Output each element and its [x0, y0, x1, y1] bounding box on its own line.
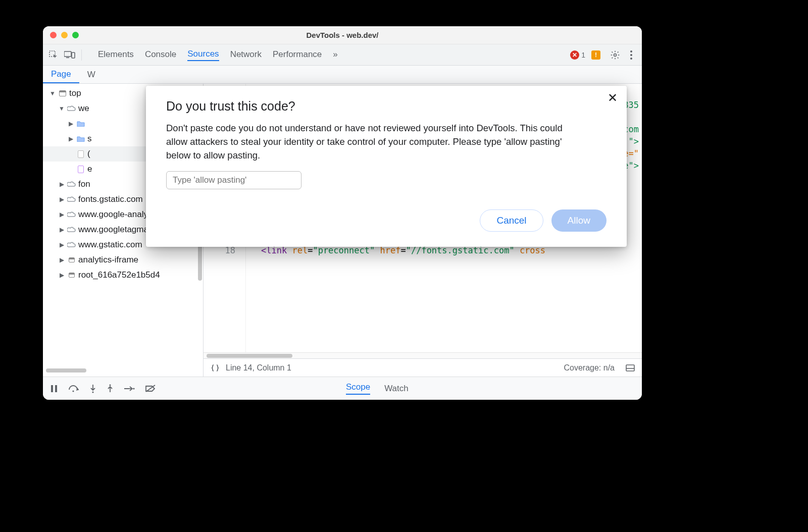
pretty-print-icon[interactable]	[211, 363, 220, 373]
close-icon[interactable]: ✕	[608, 92, 618, 104]
window-title: DevTools - web.dev/	[43, 31, 642, 39]
tabs-overflow-icon[interactable]: »	[333, 49, 337, 61]
cancel-button[interactable]: Cancel	[480, 209, 543, 232]
device-toolbar-icon[interactable]	[63, 48, 76, 62]
cloud-icon	[67, 180, 76, 189]
svg-rect-8	[626, 365, 634, 371]
page-icon	[76, 165, 85, 174]
more-menu-icon[interactable]	[625, 48, 638, 62]
disclosure-arrow[interactable]: ▶	[58, 226, 65, 233]
trust-code-dialog: ✕ Do you trust this code? Don't paste co…	[146, 86, 627, 247]
frame-icon	[58, 89, 67, 98]
cloud-icon	[67, 225, 76, 234]
svg-point-4	[614, 54, 617, 56]
tree-item-label: www.gstatic.com	[78, 240, 142, 250]
debugger-controls	[43, 377, 316, 400]
svg-point-5	[630, 50, 632, 52]
disclosure-arrow[interactable]: ▶	[58, 241, 65, 248]
close-window-button[interactable]	[50, 32, 57, 38]
disclosure-arrow[interactable]: ▶	[67, 135, 74, 142]
editor-hscrollbar[interactable]	[204, 352, 642, 358]
step-over-icon[interactable]	[68, 385, 79, 393]
separator	[81, 49, 82, 61]
svg-rect-2	[66, 57, 69, 58]
dialog-actions: Cancel Allow	[166, 209, 607, 232]
svg-point-14	[92, 391, 93, 393]
debugger-bar: Scope Watch	[43, 377, 642, 400]
tab-network[interactable]: Network	[230, 49, 262, 61]
svg-rect-11	[55, 385, 57, 392]
deactivate-breakpoints-icon[interactable]	[145, 385, 156, 393]
folder-icon	[76, 134, 85, 143]
dialog-title: Do you trust this code?	[166, 99, 607, 114]
error-badge[interactable]: ✕1	[570, 50, 585, 60]
editor-hscroll-thumb[interactable]	[207, 354, 292, 358]
tree-item-label: fonts.gstatic.com	[78, 194, 143, 204]
tree-item-label: analytics-iframe	[78, 255, 138, 265]
settings-icon[interactable]	[609, 48, 622, 62]
allow-pasting-input[interactable]	[166, 171, 301, 189]
debug-tab-watch[interactable]: Watch	[384, 384, 409, 394]
tree-item[interactable]: ▶root_616a752e1b5d4	[43, 268, 203, 283]
cloud-icon	[67, 240, 76, 249]
tree-item-label: top	[69, 88, 81, 98]
step-into-icon[interactable]	[89, 384, 96, 393]
tree-item[interactable]: ▶analytics-iframe	[43, 252, 203, 268]
minimize-window-button[interactable]	[61, 32, 68, 38]
svg-point-12	[72, 390, 74, 392]
tree-item-label: root_616a752e1b5d4	[78, 270, 160, 280]
cloud-icon	[67, 104, 76, 113]
disclosure-arrow[interactable]: ▶	[58, 211, 65, 218]
frame-icon	[67, 255, 76, 264]
warning-badge[interactable]: !1	[591, 50, 600, 60]
tab-elements[interactable]: Elements	[98, 49, 134, 61]
editor-statusbar: Line 14, Column 1 Coverage: n/a	[204, 358, 642, 377]
pause-icon[interactable]	[50, 385, 58, 393]
titlebar: DevTools - web.dev/	[43, 26, 642, 44]
tree-item-label: we	[78, 103, 89, 114]
disclosure-arrow[interactable]: ▶	[58, 196, 65, 203]
disclosure-arrow[interactable]: ▶	[58, 181, 65, 188]
subtab-workspace[interactable]: W	[79, 66, 104, 83]
debug-tab-scope[interactable]: Scope	[346, 382, 370, 395]
cursor-position: Line 14, Column 1	[226, 363, 291, 373]
folder-icon	[76, 119, 85, 128]
step-out-icon[interactable]	[107, 384, 114, 393]
step-icon[interactable]	[124, 386, 135, 392]
tab-console[interactable]: Console	[145, 49, 176, 61]
sidebar-hscrollbar[interactable]	[46, 368, 86, 373]
panel-tabs: Elements Console Sources Network Perform…	[98, 49, 567, 61]
dialog-body: Don't paste code you do not understand o…	[166, 122, 565, 162]
frame-icon	[67, 271, 76, 280]
tab-sources[interactable]: Sources	[187, 49, 219, 61]
svg-point-6	[630, 54, 632, 56]
issue-badges: ✕1 !1	[570, 50, 600, 60]
tree-item-label: (	[87, 149, 90, 159]
tree-item-label: e	[87, 164, 92, 174]
error-icon: ✕	[570, 50, 579, 60]
main-toolbar: Elements Console Sources Network Perform…	[43, 44, 642, 66]
disclosure-arrow[interactable]: ▼	[49, 90, 56, 97]
svg-point-16	[109, 384, 111, 386]
disclosure-arrow[interactable]: ▶	[67, 120, 74, 127]
subtab-page[interactable]: Page	[43, 66, 79, 83]
tree-item-label: s	[87, 134, 92, 144]
traffic-lights	[43, 32, 79, 38]
error-count: 1	[581, 51, 585, 59]
disclosure-arrow[interactable]: ▶	[58, 256, 65, 263]
show-drawer-icon[interactable]	[626, 364, 635, 371]
allow-button[interactable]: Allow	[551, 209, 607, 232]
tab-performance[interactable]: Performance	[273, 49, 322, 61]
cloud-icon	[67, 195, 76, 204]
warning-icon: !	[591, 50, 600, 60]
svg-rect-3	[72, 52, 75, 58]
maximize-window-button[interactable]	[72, 32, 79, 38]
inspect-element-icon[interactable]	[47, 48, 60, 62]
disclosure-arrow[interactable]: ▼	[58, 105, 65, 112]
debugger-tabs: Scope Watch	[316, 377, 642, 400]
disclosure-arrow[interactable]: ▶	[58, 272, 65, 279]
cloud-icon	[67, 210, 76, 219]
svg-point-18	[133, 388, 134, 389]
coverage-status: Coverage: n/a	[564, 363, 615, 373]
sources-subtoolbar: Page W	[43, 66, 642, 84]
